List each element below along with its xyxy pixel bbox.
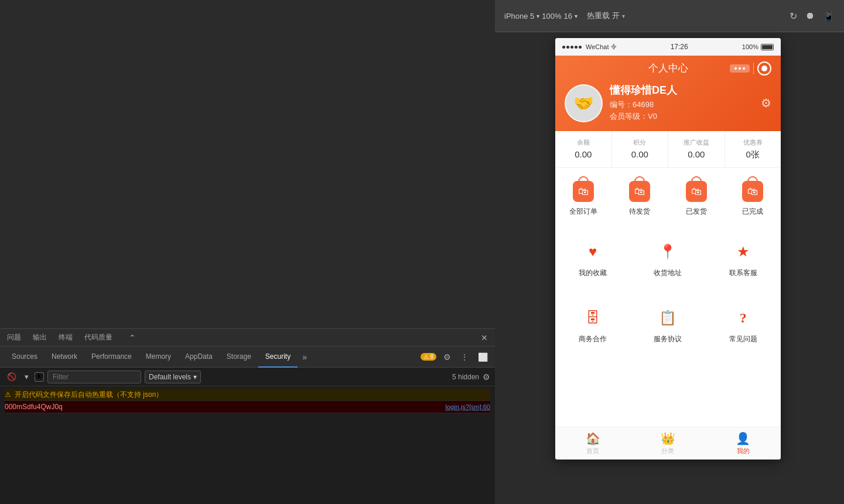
bag-inner: 🛍 xyxy=(634,186,645,198)
order-item-shipped[interactable]: 🛍 已发货 xyxy=(668,180,725,217)
clear-console-button[interactable]: 🚫 xyxy=(5,371,19,382)
device-selector[interactable]: iPhone 5 ▾ 100% 16 ▾ xyxy=(504,12,578,20)
eye-button[interactable]: 👁 xyxy=(35,372,44,382)
points-label: 积分 xyxy=(633,138,646,147)
hot-reload-toggle[interactable]: 热重载 开 ▾ xyxy=(587,11,625,21)
nav-item-category[interactable]: 👑 分类 xyxy=(630,427,705,460)
stats-bar: 余额 0.00 积分 0.00 推广收益 0.00 优惠券 0张 xyxy=(555,131,781,168)
order-icons-row: 🛍 全部订单 🛍 待发货 🛍 已发货 xyxy=(555,173,781,221)
user-settings-icon[interactable]: ⚙ xyxy=(761,96,771,110)
nav-item-home[interactable]: 🏠 首页 xyxy=(555,427,630,460)
more-options-button[interactable] xyxy=(730,64,750,73)
tab-appdata[interactable]: AppData xyxy=(178,347,220,368)
tab-security[interactable]: Security xyxy=(258,347,298,368)
nav-label-profile: 我的 xyxy=(737,447,750,455)
page-title: 个人中心 xyxy=(648,61,688,75)
heart-icon: ♥ xyxy=(589,244,597,260)
nav-label-category: 分类 xyxy=(661,447,674,455)
device-name: iPhone 5 xyxy=(504,12,534,20)
menu-item-agreement[interactable]: 📋 服务协议 xyxy=(630,300,705,349)
three-dots-icon xyxy=(734,67,745,70)
record-button[interactable] xyxy=(757,61,771,76)
warning-badge: ⚠ 8 xyxy=(421,353,436,361)
location-icon: 📍 xyxy=(659,244,676,260)
favorites-icon-circle: ♥ xyxy=(580,239,606,265)
promotion-label: 推广收益 xyxy=(684,138,709,147)
points-value: 0.00 xyxy=(631,149,648,159)
settings-icon[interactable]: ⚙ xyxy=(441,351,453,363)
label-code-quality[interactable]: 代码质量 xyxy=(84,332,112,342)
refresh-icon[interactable]: ↻ xyxy=(790,11,797,22)
console-text: 000mSdfu4QwJ0q xyxy=(5,401,441,413)
more-options-icon[interactable]: ⋮ xyxy=(458,351,471,363)
console-text: 开启代码文件保存后自动热重载（不支持 json） xyxy=(15,389,490,400)
nav-item-profile[interactable]: 👤 我的 xyxy=(706,427,781,460)
menu-item-address[interactable]: 📍 收货地址 xyxy=(630,234,705,283)
bottom-nav: 🏠 首页 👑 分类 👤 我的 xyxy=(555,427,781,460)
hot-reload-label: 热重载 开 xyxy=(587,11,620,21)
device-frame-icon[interactable]: 📱 xyxy=(823,11,835,22)
label-output[interactable]: 输出 xyxy=(33,332,47,342)
signal-dot xyxy=(570,46,573,49)
faq-icon-circle: ? xyxy=(730,305,756,331)
order-label-pending: 待发货 xyxy=(629,207,650,217)
battery-fill xyxy=(762,45,773,49)
user-details: 懂得珍惜DE人 编号：64698 会员等级：V0 xyxy=(610,83,754,123)
signal-dot xyxy=(575,46,578,49)
menu-item-business[interactable]: 🗄 商务合作 xyxy=(555,300,630,349)
stat-promotion[interactable]: 推广收益 0.00 xyxy=(668,131,725,167)
menu-item-service[interactable]: ★ 联系客服 xyxy=(706,234,781,283)
home-icon: 🏠 xyxy=(586,431,600,445)
orders-section: 🛍 全部订单 🛍 待发货 🛍 已发货 xyxy=(555,173,781,221)
console-source-link[interactable]: login.js?[sm]:60 xyxy=(446,401,490,413)
shop-bag-icon: 🛍 xyxy=(742,181,763,202)
status-time: 17:26 xyxy=(671,43,688,51)
dot xyxy=(743,67,745,70)
maximize-icon[interactable]: ⬜ xyxy=(476,351,490,363)
menu-section-row1: ♥ 我的收藏 📍 收货地址 ★ 联系客服 xyxy=(555,226,781,291)
dropdown-arrow-icon[interactable]: ▾ xyxy=(22,371,31,382)
order-item-done[interactable]: 🛍 已完成 xyxy=(725,180,781,217)
more-tabs-button[interactable]: » xyxy=(298,351,312,363)
close-panel-button[interactable]: ✕ xyxy=(481,333,488,342)
expand-panel-button[interactable]: ⌃ xyxy=(129,333,136,342)
filter-input[interactable] xyxy=(47,371,141,383)
dot xyxy=(739,67,741,70)
stat-coupon[interactable]: 优惠券 0张 xyxy=(725,131,781,167)
tab-memory[interactable]: Memory xyxy=(139,347,178,368)
bag-inner: 🛍 xyxy=(691,186,702,198)
stat-points[interactable]: 积分 0.00 xyxy=(612,131,669,167)
menu-item-faq[interactable]: ? 常见问题 xyxy=(706,300,781,349)
devtools-panel: Sources Network Performance Memory AppDa… xyxy=(0,346,495,504)
agreement-icon-circle: 📋 xyxy=(655,305,681,331)
console-line: 000mSdfu4QwJ0q login.js?[sm]:60 xyxy=(5,401,490,413)
zoom-value: 100% xyxy=(542,12,561,20)
tab-storage[interactable]: Storage xyxy=(220,347,258,368)
avatar: 🤝 xyxy=(565,84,603,122)
console-settings-icon[interactable]: ⚙ xyxy=(483,372,490,382)
top-icon-group: ↻ ⏺ 📱 xyxy=(790,11,835,22)
order-item-pending[interactable]: 🛍 待发货 xyxy=(611,180,668,217)
battery-percent: 100% xyxy=(742,43,758,50)
coupon-label: 优惠券 xyxy=(743,138,763,147)
carrier-name: WeChat xyxy=(586,43,609,50)
tab-performance[interactable]: Performance xyxy=(84,347,139,368)
tab-network[interactable]: Network xyxy=(45,347,84,368)
tab-sources[interactable]: Sources xyxy=(5,347,45,368)
business-icon-circle: 🗄 xyxy=(580,305,606,331)
levels-dropdown[interactable]: Default levels ▾ xyxy=(145,371,201,383)
menu-item-favorites[interactable]: ♥ 我的收藏 xyxy=(555,234,630,283)
record-inner-dot xyxy=(761,66,767,71)
order-icon-wrap: 🛍 xyxy=(685,180,708,203)
user-level: 会员等级：V0 xyxy=(610,111,754,122)
record-icon[interactable]: ⏺ xyxy=(805,11,815,21)
label-issues[interactable]: 问题 xyxy=(7,332,21,342)
label-terminal[interactable]: 终端 xyxy=(59,332,73,342)
stat-balance[interactable]: 余额 0.00 xyxy=(555,131,612,167)
zoom-dropdown-arrow: ▾ xyxy=(575,13,578,19)
menu-section-row2: 🗄 商务合作 📋 服务协议 ? 常见问题 xyxy=(555,292,781,357)
order-item-all[interactable]: 🛍 全部订单 xyxy=(555,180,611,217)
order-label-done: 已完成 xyxy=(742,207,763,217)
zoom-num: 16 xyxy=(564,12,572,20)
category-icon: 👑 xyxy=(661,431,675,445)
